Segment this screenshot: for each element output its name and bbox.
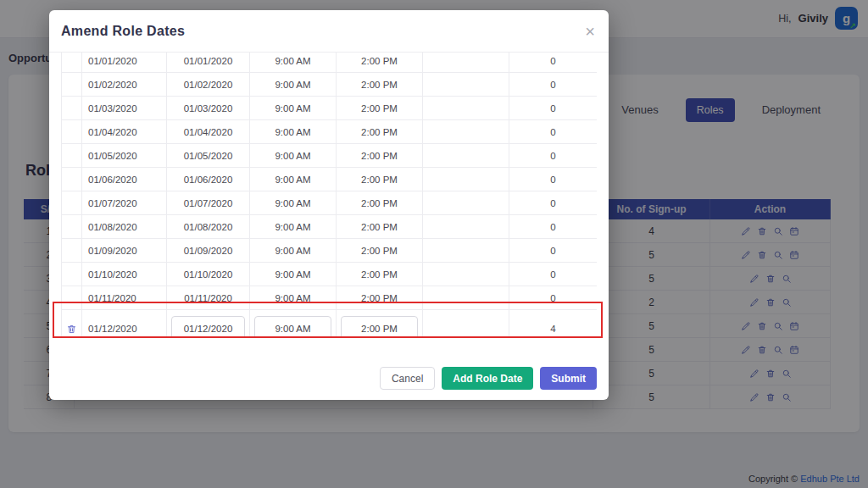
role-date-row: 01/05/202001/05/20209:00 AM2:00 PM0 bbox=[62, 144, 598, 168]
role-date-row: 01/07/202001/07/20209:00 AM2:00 PM0 bbox=[62, 191, 598, 215]
submit-button[interactable]: Submit bbox=[540, 367, 597, 390]
start-time-input[interactable] bbox=[254, 316, 331, 338]
role-dates-table-viewport[interactable]: 01/01/202001/01/20209:00 AM2:00 PM0 01/0… bbox=[61, 53, 597, 338]
role-date-row: 01/04/202001/04/20209:00 AM2:00 PM0 bbox=[62, 120, 598, 144]
role-date-row: 01/10/202001/10/20209:00 AM2:00 PM0 bbox=[62, 263, 598, 286]
role-date-row: 01/03/202001/03/20209:00 AM2:00 PM0 bbox=[62, 97, 598, 120]
role-date-row: 01/02/202001/02/20209:00 AM2:00 PM0 bbox=[62, 73, 598, 97]
row-date-label: 01/12/2020 bbox=[82, 310, 167, 339]
cancel-button[interactable]: Cancel bbox=[380, 367, 435, 390]
end-time-input[interactable] bbox=[341, 316, 418, 338]
role-dates-table: 01/01/202001/01/20209:00 AM2:00 PM0 01/0… bbox=[61, 53, 597, 338]
role-date-row: 01/09/202001/09/20209:00 AM2:00 PM0 bbox=[62, 239, 598, 263]
close-icon[interactable]: × bbox=[585, 23, 595, 40]
modal-title: Amend Role Dates bbox=[61, 24, 185, 39]
signup-count: 4 bbox=[509, 310, 598, 339]
delete-row-icon[interactable] bbox=[66, 324, 77, 335]
amend-role-dates-modal: Amend Role Dates × 01/01/202001/01/20209… bbox=[49, 10, 609, 400]
role-date-row: 01/01/202001/01/20209:00 AM2:00 PM0 bbox=[62, 53, 598, 73]
add-role-date-button[interactable]: Add Role Date bbox=[442, 367, 533, 390]
role-date-row: 01/06/202001/06/20209:00 AM2:00 PM0 bbox=[62, 168, 598, 191]
modal-footer: Cancel Add Role Date Submit bbox=[380, 367, 597, 390]
role-date-row: 01/08/202001/08/20209:00 AM2:00 PM0 bbox=[62, 215, 598, 239]
role-date-row: 01/11/202001/11/20209:00 AM2:00 PM0 bbox=[62, 286, 598, 310]
modal-header: Amend Role Dates × bbox=[49, 10, 609, 53]
date-input[interactable] bbox=[171, 316, 245, 338]
editable-role-date-row: 01/12/2020 4 bbox=[62, 310, 598, 339]
